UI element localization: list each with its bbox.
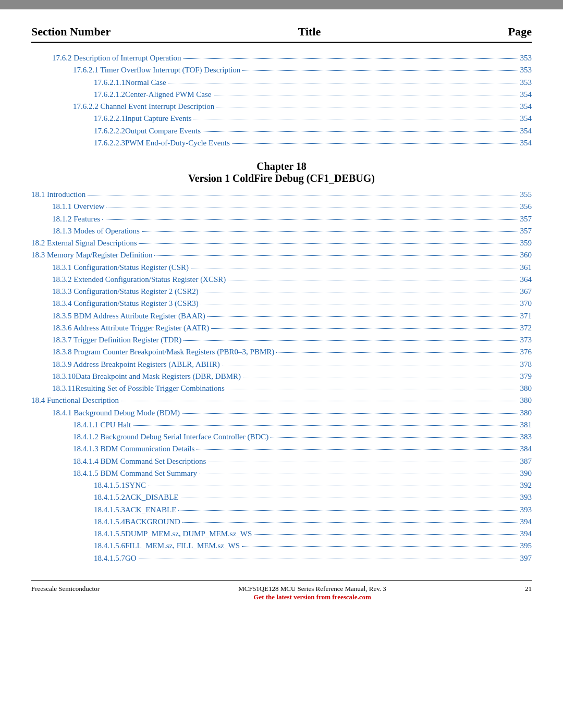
entry-label: 18.3.11Resulting Set of Possible Trigger…: [52, 382, 225, 394]
toc-entry-f29[interactable]: 18.4.1.5.5DUMP_MEM.sz, DUMP_MEM.sz_WS394: [31, 528, 532, 540]
top-bar: [0, 0, 563, 9]
entry-label: 18.4.1.4 BDM Command Set Descriptions: [73, 455, 206, 467]
toc-entry-f10[interactable]: 18.3.4 Configuration/Status Register 3 (…: [31, 298, 532, 310]
entry-label: 18.4.1.5.4BACKGROUND: [94, 516, 180, 528]
entry-label: 18.2 External Signal Descriptions: [31, 237, 137, 249]
toc-entry-f19[interactable]: 18.4.1 Background Debug Mode (BDM)380: [31, 407, 532, 419]
entry-page: 353: [520, 52, 532, 64]
entry-dots: [199, 474, 518, 474]
footer-center: MCF51QE128 MCU Series Reference Manual, …: [238, 585, 386, 601]
toc-entry-f11[interactable]: 18.3.5 BDM Address Attribute Register (B…: [31, 310, 532, 322]
entry-page: 380: [520, 382, 532, 394]
toc-entry-f21[interactable]: 18.4.1.2 Background Debug Serial Interfa…: [31, 431, 532, 443]
entry-label: 18.3.2 Extended Configuration/Status Reg…: [52, 274, 226, 286]
entry-label: 18.3.5 BDM Address Attribute Register (B…: [52, 310, 205, 322]
toc-entry-f5[interactable]: 18.2 External Signal Descriptions359: [31, 237, 532, 249]
toc-entry-e5[interactable]: 17.6.2.2 Channel Event Interrupt Descrip…: [31, 101, 532, 113]
toc-entry-e6[interactable]: 17.6.2.2.1Input Capture Events354: [31, 113, 532, 125]
entry-label: 18.3.8 Program Counter Breakpoint/Mask R…: [52, 346, 274, 358]
entry-page: 394: [520, 516, 532, 528]
entry-page: 394: [520, 528, 532, 540]
entry-dots: [216, 107, 518, 107]
entry-dots: [178, 510, 518, 511]
toc-entry-f9[interactable]: 18.3.3 Configuration/Status Register 2 (…: [31, 286, 532, 298]
toc-entry-f4[interactable]: 18.1.3 Modes of Operations357: [31, 225, 532, 237]
toc-entry-e8[interactable]: 17.6.2.2.3PWM End-of-Duty-Cycle Events35…: [31, 137, 532, 149]
entry-dots: [214, 95, 518, 95]
toc-entry-f3[interactable]: 18.1.2 Features357: [31, 213, 532, 225]
toc-entry-f23[interactable]: 18.4.1.4 BDM Command Set Descriptions387: [31, 455, 532, 467]
entry-page: 370: [520, 298, 532, 310]
entry-page: 380: [520, 394, 532, 406]
entry-dots: [232, 143, 518, 144]
entry-page: 373: [520, 334, 532, 346]
entry-page: 357: [520, 225, 532, 237]
toc-entry-f18[interactable]: 18.4 Functional Description380: [31, 394, 532, 406]
entry-label: 17.6.2.2.2Output Compare Events: [94, 125, 201, 137]
entry-page: 397: [520, 552, 532, 564]
entry-dots: [211, 328, 518, 329]
toc-entry-f22[interactable]: 18.4.1.3 BDM Communication Details384: [31, 443, 532, 455]
entry-label: 18.3.3 Configuration/Status Register 2 (…: [52, 286, 199, 298]
entry-page: 353: [520, 77, 532, 89]
entry-page: 354: [520, 125, 532, 137]
entry-page: 378: [520, 359, 532, 371]
toc-entry-f26[interactable]: 18.4.1.5.2ACK_DISABLE393: [31, 491, 532, 503]
toc-entry-f17[interactable]: 18.3.11Resulting Set of Possible Trigger…: [31, 382, 532, 394]
header-title: Title: [298, 25, 321, 39]
entry-page: 355: [520, 189, 532, 201]
toc-entry-f20[interactable]: 18.4.1.1 CPU Halt381: [31, 419, 532, 431]
entry-dots: [183, 340, 518, 341]
entry-page: 354: [520, 101, 532, 113]
entry-dots: [191, 268, 518, 268]
toc-entry-f24[interactable]: 18.4.1.5 BDM Command Set Summary390: [31, 467, 532, 479]
chapter-label: Chapter 18: [31, 161, 532, 172]
entry-label: 18.1.3 Modes of Operations: [52, 225, 140, 237]
toc-entry-f31[interactable]: 18.4.1.5.7GO397: [31, 552, 532, 564]
toc-entry-f1[interactable]: 18.1 Introduction355: [31, 189, 532, 201]
toc-entry-f14[interactable]: 18.3.8 Program Counter Breakpoint/Mask R…: [31, 346, 532, 358]
entry-label: 18.4.1.2 Background Debug Serial Interfa…: [73, 431, 268, 443]
toc-entry-f27[interactable]: 18.4.1.5.3ACK_ENABLE393: [31, 504, 532, 516]
entry-label: 17.6.2.1.1Normal Case: [94, 77, 166, 89]
entry-dots: [197, 449, 518, 450]
toc-entry-e7[interactable]: 17.6.2.2.2Output Compare Events354: [31, 125, 532, 137]
toc-entry-f30[interactable]: 18.4.1.5.6FILL_MEM.sz, FILL_MEM.sz_WS395: [31, 540, 532, 552]
toc-entry-f2[interactable]: 18.1.1 Overview356: [31, 201, 532, 213]
toc-entry-f16[interactable]: 18.3.10Data Breakpoint and Mask Register…: [31, 371, 532, 382]
entry-label: 18.3 Memory Map/Register Definition: [31, 249, 152, 261]
entry-label: 18.4.1.1 CPU Halt: [73, 419, 131, 431]
toc-entry-e3[interactable]: 17.6.2.1.1Normal Case353: [31, 77, 532, 89]
entry-dots: [106, 207, 518, 207]
entry-dots: [228, 280, 518, 280]
entry-label: 17.6.2.1.2Center-Aligned PWM Case: [94, 89, 212, 101]
entry-dots: [102, 219, 518, 220]
toc-entry-f7[interactable]: 18.3.1 Configuration/Status Register (CS…: [31, 262, 532, 274]
toc-entry-f8[interactable]: 18.3.2 Extended Configuration/Status Reg…: [31, 274, 532, 286]
toc-entry-f15[interactable]: 18.3.9 Address Breakpoint Registers (ABL…: [31, 359, 532, 371]
entry-dots: [168, 83, 518, 83]
entry-label: 18.4.1.5.6FILL_MEM.sz, FILL_MEM.sz_WS: [94, 540, 240, 552]
entry-page: 356: [520, 201, 532, 213]
entry-dots: [276, 352, 518, 353]
toc-entry-e2[interactable]: 17.6.2.1 Timer Overflow Interrupt (TOF) …: [31, 64, 532, 76]
toc-entry-f13[interactable]: 18.3.7 Trigger Definition Register (TDR)…: [31, 334, 532, 346]
entry-label: 18.3.9 Address Breakpoint Registers (ABL…: [52, 359, 220, 371]
toc-entry-f6[interactable]: 18.3 Memory Map/Register Definition360: [31, 249, 532, 261]
entry-dots: [182, 522, 518, 523]
entry-label: 18.4.1 Background Debug Mode (BDM): [52, 407, 180, 419]
toc-entry-e4[interactable]: 17.6.2.1.2Center-Aligned PWM Case354: [31, 89, 532, 101]
entry-dots: [242, 70, 518, 71]
toc-entry-f25[interactable]: 18.4.1.5.1SYNC392: [31, 479, 532, 491]
toc-entry-f12[interactable]: 18.3.6 Address Attribute Trigger Registe…: [31, 322, 532, 334]
entry-label: 17.6.2.2 Channel Event Interrupt Descrip…: [73, 101, 214, 113]
entry-page: 395: [520, 540, 532, 552]
entry-dots: [148, 486, 518, 486]
entry-label: 18.4.1.5.2ACK_DISABLE: [94, 491, 179, 503]
entry-page: 384: [520, 443, 532, 455]
entry-label: 18.1 Introduction: [31, 189, 85, 201]
toc-entry-f28[interactable]: 18.4.1.5.4BACKGROUND394: [31, 516, 532, 528]
entry-dots: [254, 534, 518, 535]
toc-entry-e1[interactable]: 17.6.2 Description of Interrupt Operatio…: [31, 52, 532, 64]
entry-label: 18.1.2 Features: [52, 213, 100, 225]
